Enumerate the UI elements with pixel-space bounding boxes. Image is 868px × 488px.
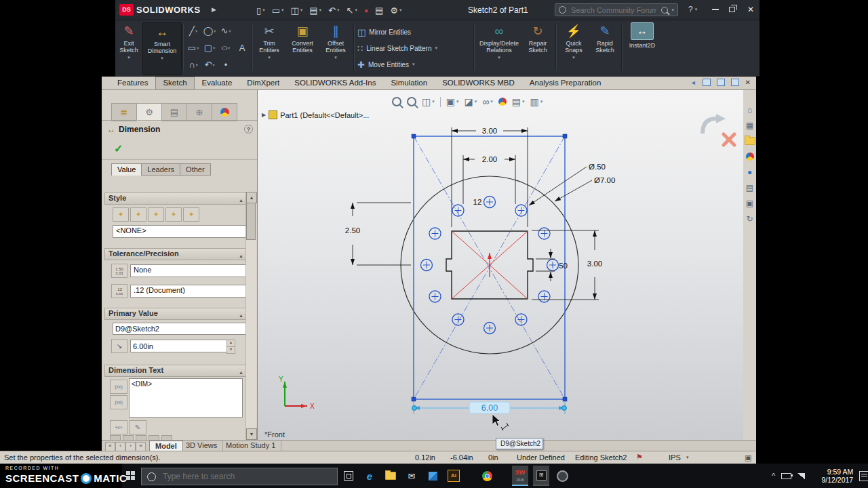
- file-explorer-icon[interactable]: [744, 135, 755, 147]
- exit-sketch-button[interactable]: ✎ Exit Sketch▾: [117, 22, 141, 74]
- appearances-icon[interactable]: ●: [744, 166, 755, 178]
- scrollbar-thumb[interactable]: [246, 203, 256, 240]
- illustrator-icon[interactable]: Ai: [446, 466, 462, 485]
- select-button[interactable]: ↖▾: [344, 3, 359, 18]
- style-add-button[interactable]: ✦: [130, 207, 146, 222]
- exit-sketch-confirm-icon[interactable]: [703, 119, 716, 134]
- fillet-tool-button[interactable]: ↶▾: [201, 56, 218, 73]
- tab-scroll-prev-icon[interactable]: ‹: [115, 442, 125, 451]
- tab-scroll-next-icon[interactable]: ›: [125, 442, 136, 451]
- options-button[interactable]: ⚙▾: [388, 3, 403, 18]
- battery-icon[interactable]: [781, 473, 791, 479]
- task-pane-toggle-icon[interactable]: ▣: [745, 453, 751, 462]
- display-manager-tab[interactable]: [212, 103, 237, 121]
- tab-value[interactable]: Value: [111, 163, 142, 176]
- recycle-icon[interactable]: ↻: [744, 213, 755, 225]
- dimension-text-area[interactable]: <DIM>: [129, 378, 243, 418]
- search-icon[interactable]: [661, 7, 668, 14]
- justify-button[interactable]: [110, 435, 121, 440]
- toolbar-flyout-icon[interactable]: ▶: [212, 6, 216, 13]
- style-delete-button[interactable]: ✦: [148, 207, 164, 222]
- precision-dropdown[interactable]: .12 (Document)▼: [130, 285, 256, 298]
- move-caret[interactable]: ▾: [412, 62, 415, 67]
- quick-snaps-button[interactable]: ⚡ Quick Snaps▾: [559, 22, 589, 74]
- style-save-button[interactable]: ✦: [165, 207, 182, 222]
- spinner-down-icon[interactable]: ▼: [226, 347, 235, 354]
- options-flyout-caret[interactable]: ▾: [399, 7, 402, 13]
- sketch-canvas[interactable]: 3.00 2.00 2.50 3.00: [258, 90, 743, 440]
- tab-analysis-preparation[interactable]: Analysis Preparation: [522, 77, 608, 89]
- new-flyout-caret[interactable]: ▾: [262, 7, 265, 13]
- offset-caret[interactable]: ▾: [334, 54, 337, 61]
- tab-evaluate[interactable]: Evaluate: [195, 77, 240, 89]
- edit-symbol-button[interactable]: ✎: [129, 420, 146, 434]
- cancel-sketch-icon[interactable]: [724, 134, 734, 145]
- repair-sketch-button[interactable]: ↻ Repair Sketch: [522, 22, 553, 74]
- tab-other[interactable]: Other: [180, 163, 211, 176]
- tab-dimxpert[interactable]: DimXpert: [239, 77, 287, 89]
- justify-button[interactable]: [136, 435, 146, 440]
- dimension-hole-spacing[interactable]: 2.00: [463, 155, 515, 204]
- save-flyout-caret[interactable]: ▾: [300, 7, 303, 13]
- pattern-caret[interactable]: ▾: [435, 45, 437, 51]
- scroll-down-icon[interactable]: ▼: [246, 428, 257, 440]
- ellipse-tool-button[interactable]: ○▾: [218, 39, 234, 56]
- design-library-icon[interactable]: ▦: [744, 119, 755, 131]
- custom-properties-icon[interactable]: ▤: [744, 182, 755, 194]
- scroll-up-icon[interactable]: ▲: [246, 192, 257, 203]
- display-delete-relations-button[interactable]: ∞ Display/Delete Relations▾: [477, 22, 521, 74]
- tolerance-group-header[interactable]: Tolerance/Precision▲: [104, 248, 248, 260]
- mail-icon[interactable]: ✉: [403, 466, 420, 485]
- tab-leaders[interactable]: Leaders: [142, 163, 180, 176]
- linear-sketch-pattern-button[interactable]: ∷Linear Sketch Pattern▾: [357, 41, 437, 55]
- trim-entities-button[interactable]: ✂ Trim Entities▾: [254, 22, 284, 74]
- tolerance-dropdown[interactable]: None▼: [130, 264, 256, 277]
- slot-tool-button[interactable]: ▢▾: [201, 39, 218, 56]
- chrome-icon[interactable]: [479, 466, 495, 485]
- console-window-icon[interactable]: ⊞: [533, 466, 549, 486]
- collapse-chevron-icon[interactable]: ▲: [239, 368, 243, 378]
- rectangle-tool-button[interactable]: ▭▾: [185, 39, 201, 56]
- file-explorer-taskbar-icon[interactable]: [382, 466, 399, 485]
- convert-entities-button[interactable]: ▣ Convert Entities: [286, 22, 319, 74]
- collapse-chevron-icon[interactable]: ▲: [239, 196, 243, 205]
- instant2d-button[interactable]: ↔ Instant2D: [624, 22, 660, 74]
- tab-addins[interactable]: SOLIDWORKS Add-Ins: [287, 77, 383, 89]
- status-units[interactable]: IPS: [669, 453, 681, 462]
- text-tool-button[interactable]: A: [234, 39, 250, 56]
- circle-tool-button[interactable]: ◯▾: [201, 22, 218, 39]
- open-button[interactable]: ▭▾: [270, 3, 286, 18]
- close-button[interactable]: ✕: [747, 5, 754, 14]
- primary-value-group-header[interactable]: Primary Value▲: [104, 308, 248, 320]
- dim-text-token-button[interactable]: (xx): [110, 380, 127, 394]
- exit-sketch-caret[interactable]: ▾: [127, 54, 130, 61]
- rapid-sketch-button[interactable]: ✎ Rapid Sketch: [590, 22, 620, 74]
- smart-dimension-caret[interactable]: ▾: [161, 55, 163, 62]
- undo-flyout-caret[interactable]: ▾: [337, 7, 340, 13]
- collapse-chevron-icon[interactable]: ▲: [239, 311, 243, 321]
- dimension-value-field[interactable]: [130, 340, 231, 352]
- tab-3d-views[interactable]: 3D Views: [180, 441, 223, 451]
- collapse-chevron-icon[interactable]: ▲: [239, 251, 243, 261]
- ok-check-icon[interactable]: ✓: [114, 142, 123, 155]
- dimxpert-manager-tab[interactable]: ⊕: [186, 103, 212, 121]
- print-flyout-caret[interactable]: ▾: [319, 7, 322, 13]
- screencast-app-icon[interactable]: [554, 466, 570, 485]
- line-tool-button[interactable]: ╱▾: [185, 22, 201, 39]
- view-palette-icon[interactable]: [744, 150, 755, 163]
- feature-manager-tab[interactable]: ≣: [111, 103, 137, 121]
- move-entities-button[interactable]: ✚Move Entities▾: [357, 58, 414, 71]
- community-search-box[interactable]: ▾: [555, 3, 678, 16]
- style-dropdown[interactable]: <NONE>▼: [113, 225, 256, 238]
- solidworks-taskbar-icon[interactable]: SW2016: [512, 466, 528, 486]
- restore-button[interactable]: [729, 7, 735, 12]
- close-document-icon[interactable]: ✕: [745, 79, 751, 86]
- property-manager-tab[interactable]: ⚙: [136, 103, 162, 121]
- offset-entities-button[interactable]: ∥ Offset Entities▾: [320, 22, 351, 74]
- search-scope-caret[interactable]: ▾: [671, 7, 674, 13]
- photos-icon[interactable]: [425, 466, 441, 485]
- select-flyout-caret[interactable]: ▾: [355, 7, 357, 13]
- help-button[interactable]: ?▾: [688, 5, 697, 14]
- edge-icon[interactable]: e: [361, 466, 378, 485]
- mirror-entities-button[interactable]: ◫Mirror Entities: [357, 25, 411, 39]
